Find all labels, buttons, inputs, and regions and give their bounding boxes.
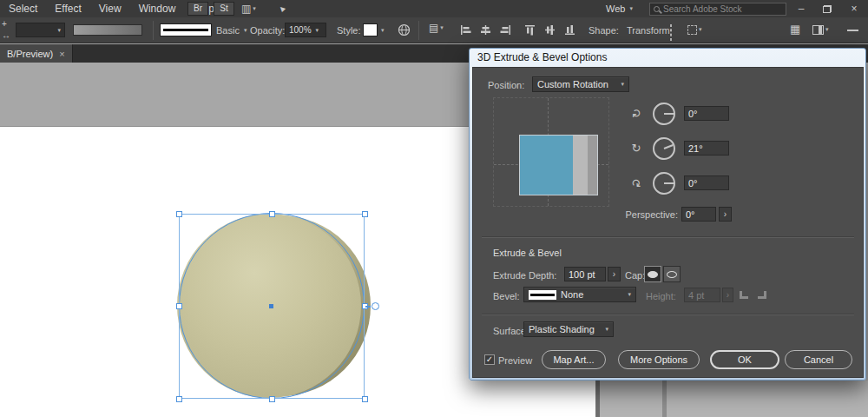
dialog-title[interactable]: 3D Extrude & Bevel Options: [470, 49, 865, 67]
extrude-depth-input[interactable]: [564, 267, 606, 281]
gradient-slider[interactable]: [73, 24, 142, 36]
bevel-select[interactable]: None ▾: [523, 287, 636, 302]
reference-point-icon[interactable]: +: [2, 18, 7, 30]
cancel-button[interactable]: Cancel: [785, 350, 852, 369]
position-select[interactable]: Custom Rotation ▾: [532, 76, 629, 92]
menu-window[interactable]: Window: [130, 3, 185, 15]
document-tab[interactable]: B/Preview) ×: [0, 44, 73, 63]
bevel-preview-swatch: [529, 290, 556, 300]
check-icon: ✓: [486, 354, 493, 364]
brush-definition-select[interactable]: Basic ▾: [160, 23, 247, 36]
surface-select[interactable]: Plastic Shading ▾: [523, 321, 614, 337]
chevron-down-icon: ▾: [629, 5, 633, 12]
more-options-button[interactable]: More Options: [618, 350, 700, 369]
selection-handle[interactable]: [269, 211, 275, 217]
brush-stroke-icon: [163, 29, 208, 31]
map-art-button[interactable]: Map Art...: [542, 350, 606, 369]
style-swatch: [363, 23, 378, 36]
bounding-box-icon[interactable]: [670, 25, 672, 41]
position-value: Custom Rotation: [537, 79, 608, 89]
anchor-connector: [365, 306, 371, 308]
align-left-icon[interactable]: [460, 24, 471, 36]
style-select[interactable]: ▾: [363, 23, 385, 36]
rotate-y-input[interactable]: [684, 141, 729, 156]
close-button[interactable]: ×: [840, 0, 868, 17]
bevel-line-icon: [530, 294, 555, 296]
transform-button[interactable]: Transform: [627, 25, 670, 36]
minimize-button[interactable]: –: [788, 0, 814, 17]
align-middle-icon[interactable]: [544, 24, 556, 36]
surface-value: Plastic Shading: [529, 324, 595, 334]
constrain-icon[interactable]: ↔: [2, 30, 10, 42]
bevel-extent-in-icon: [754, 287, 770, 303]
stock-search-input[interactable]: [663, 4, 782, 14]
align-right-icon[interactable]: [500, 24, 511, 36]
rotate-x-input[interactable]: [684, 106, 729, 121]
selection-center-point[interactable]: [269, 304, 273, 308]
height-popup-button: ›: [722, 288, 733, 302]
3d-extrude-bevel-dialog: 3D Extrude & Bevel Options Position: Cus…: [469, 48, 866, 381]
brush-name: Basic: [216, 25, 240, 36]
rotate-z-input[interactable]: [684, 175, 729, 190]
search-icon: [654, 6, 660, 12]
chevron-down-icon: ▾: [628, 291, 631, 298]
isolate-selection-button[interactable]: ▾: [687, 23, 702, 36]
preview-label: Preview: [498, 355, 532, 366]
chevron-down-icon: ▾: [621, 81, 624, 88]
perspective-input[interactable]: [681, 207, 716, 222]
selection-handle[interactable]: [176, 211, 182, 217]
stock-search-box[interactable]: [649, 3, 786, 16]
anchor-handle[interactable]: [372, 302, 379, 310]
gpu-performance-icon: ▲: [275, 2, 290, 17]
menu-view[interactable]: View: [90, 3, 130, 15]
cap-off-button[interactable]: [663, 266, 681, 282]
selection-handle[interactable]: [362, 211, 368, 217]
menu-effect[interactable]: Effect: [46, 3, 89, 15]
rotate-z-dial[interactable]: [653, 172, 675, 195]
align-top-icon[interactable]: [524, 24, 536, 36]
shape-label: Shape:: [589, 25, 619, 36]
style-label: Style:: [337, 25, 361, 36]
chevron-right-icon: ›: [613, 269, 615, 279]
rotate-x-dial[interactable]: [653, 103, 675, 125]
align-center-icon[interactable]: [480, 24, 491, 36]
cap-hollow-icon: [667, 271, 677, 278]
arrange-documents-icon: ▥: [241, 3, 251, 15]
chevron-down-icon: ▾: [244, 27, 247, 34]
rotate-y-dial[interactable]: [653, 137, 675, 160]
stroke-select[interactable]: ▾: [16, 23, 65, 37]
selection-handle[interactable]: [176, 396, 182, 402]
panel-layout-button[interactable]: ▾: [812, 23, 829, 36]
bridge-button[interactable]: Br: [187, 2, 208, 16]
document-setup-icon[interactable]: [398, 23, 411, 36]
dial-needle: [664, 144, 674, 149]
opacity-input[interactable]: 100% ▾: [285, 23, 326, 37]
gpu-performance-button[interactable]: ▲: [278, 3, 286, 15]
section-divider: [482, 236, 854, 238]
arrange-documents-button[interactable]: ▥ ▾: [241, 3, 256, 15]
chevron-down-icon: ▾: [381, 27, 385, 34]
selection-handle[interactable]: [176, 303, 182, 309]
ok-button[interactable]: OK: [710, 350, 779, 369]
grid-view-icon[interactable]: ▦: [790, 23, 800, 36]
selection-handle[interactable]: [269, 396, 275, 402]
selection-handle[interactable]: [362, 396, 368, 402]
workspace-switcher[interactable]: Web ▾: [606, 0, 633, 17]
perspective-popup-button[interactable]: ›: [719, 207, 732, 222]
stock-button[interactable]: St: [214, 2, 234, 16]
extrude-depth-popup-button[interactable]: ›: [608, 267, 621, 281]
preferences-button[interactable]: ▤ ▾: [429, 22, 444, 34]
toolbar-divider: [418, 21, 419, 40]
toolbar-divider: [153, 21, 154, 40]
cap-on-button[interactable]: [644, 266, 661, 282]
menu-bar: Select Effect View Window Help Br St ▥ ▾…: [0, 0, 868, 17]
dial-needle: [664, 182, 674, 184]
tab-close-icon[interactable]: ×: [59, 49, 64, 59]
panel-edge: [596, 381, 600, 417]
chevron-down-icon: ▾: [605, 326, 608, 333]
menu-select[interactable]: Select: [0, 3, 46, 15]
rotation-track-cube[interactable]: [493, 97, 609, 207]
restore-button[interactable]: [814, 0, 840, 17]
preview-checkbox[interactable]: ✓: [484, 354, 495, 365]
align-bottom-icon[interactable]: [564, 24, 575, 36]
